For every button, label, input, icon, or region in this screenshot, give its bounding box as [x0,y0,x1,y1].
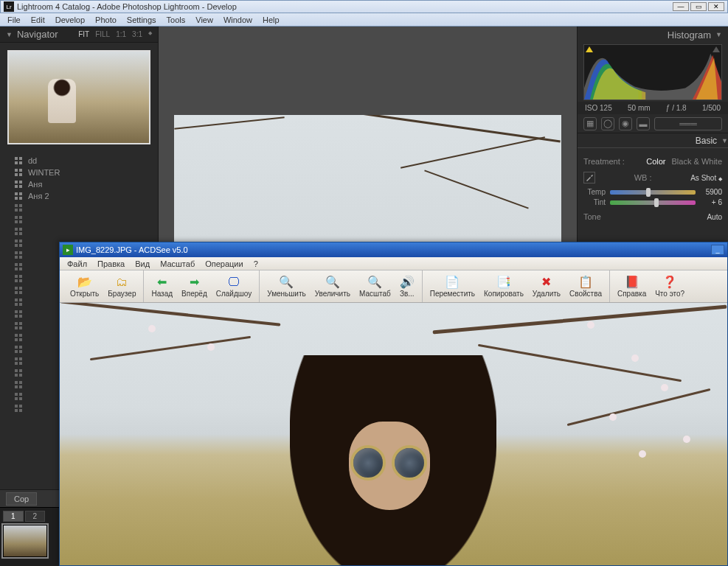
tint-slider[interactable]: Tint + 6 [583,198,722,206]
basic-panel: Treatment : Color Black & White WB : As … [578,153,728,226]
collection-item-empty[interactable] [0,202,158,214]
histogram-chart[interactable] [583,44,722,100]
zoom-fit[interactable]: FIT [78,30,89,38]
wb-dropper-icon[interactable] [583,172,595,184]
temp-slider[interactable]: Temp 5900 [583,188,722,196]
zoom-out-icon: 🔍 [279,276,294,289]
treatment-bw[interactable]: Black & White [672,157,722,166]
lightroom-app-icon: Lr [4,1,14,12]
tool-zoom[interactable]: 🔍Масштаб [355,270,395,302]
grid-icon [15,228,22,235]
menu-operations[interactable]: Операции [201,259,247,269]
basic-panel-header[interactable]: Basic ▼ [578,133,728,148]
collection-label: dd [28,156,37,165]
zoom-fill[interactable]: FILL [95,30,110,38]
tool-zoomout[interactable]: 🔍Уменьшить [263,270,310,302]
navigator-label: Navigator [17,29,78,40]
grid-icon [15,192,22,200]
menu-view[interactable]: View [191,14,218,26]
zoom-3-1[interactable]: 3:1 [132,30,142,38]
tool-move[interactable]: 📄Переместить [426,270,479,302]
menu-help[interactable]: ? [249,259,263,269]
maximize-button[interactable]: ▭ [690,2,707,11]
acdsee-window: ▸ IMG_8229.JPG - ACDSee v5.0 _ Файл Прав… [59,242,728,566]
shadow-clip-icon[interactable] [586,46,593,52]
close-button[interactable]: ✕ [708,2,724,11]
menu-file[interactable]: Файл [63,259,91,269]
treatment-color[interactable]: Color [646,157,665,166]
tool-delete[interactable]: ✖Удалить [528,270,565,302]
grid-icon [15,181,22,188]
slider-thumb[interactable] [646,188,651,197]
preview-subject [48,79,76,123]
tone-auto-button[interactable]: Auto [707,213,722,221]
tool-sound[interactable]: 🔊Зв... [395,270,419,302]
wb-preset-select[interactable]: As Shot ◆ [690,174,722,182]
brush-tool-icon[interactable]: ═══ [654,117,722,130]
menu-zoom[interactable]: Масштаб [156,259,199,269]
move-icon: 📄 [445,276,460,289]
collection-item-anya2[interactable]: Аня 2 [0,190,158,202]
tool-forward[interactable]: ➡Вперёд [177,270,212,302]
zoom-dropdown-icon[interactable]: ◆ [148,30,152,38]
menu-edit[interactable]: Edit [27,14,49,26]
menu-tools[interactable]: Tools [162,14,190,26]
menu-view[interactable]: Вид [131,259,154,269]
slider-thumb[interactable] [654,198,659,207]
collection-item-winter[interactable]: WINTER [0,167,158,178]
filmstrip-tab-2[interactable]: 2 [25,511,46,522]
folder-open-icon: 📂 [77,276,92,289]
copy-button[interactable]: Cop [6,492,37,506]
focal-value: 50 mm [628,104,651,112]
filmstrip-thumbnail[interactable] [3,525,47,557]
navigator-header[interactable]: ▼ Navigator FIT FILL 1:1 3:1 ◆ [0,27,158,43]
tool-props[interactable]: 📋Свойства [565,270,606,302]
acdsee-title: IMG_8229.JPG - ACDSee v5.0 [76,245,711,254]
menu-help[interactable]: Help [258,14,284,26]
crop-tool-icon[interactable]: ▦ [583,117,597,130]
menu-settings[interactable]: Settings [122,14,161,26]
acdsee-titlebar[interactable]: ▸ IMG_8229.JPG - ACDSee v5.0 _ [60,242,727,257]
collection-item-empty[interactable] [0,214,158,226]
tool-copy[interactable]: 📑Копировать [479,270,528,302]
minimize-button[interactable]: _ [711,245,724,255]
grid-icon [15,381,22,388]
speaker-icon: 🔊 [400,276,415,289]
redeye-tool-icon[interactable]: ◉ [619,117,632,130]
book-icon: 📕 [625,276,639,289]
highlight-clip-icon[interactable] [713,46,720,52]
iso-value: ISO 125 [585,104,612,112]
zoom-1-1[interactable]: 1:1 [116,30,126,38]
tint-value: + 6 [700,198,722,206]
tool-back[interactable]: ⬅Назад [147,270,177,302]
question-icon: ❓ [662,276,677,289]
grid-icon [15,334,22,341]
histogram-label: Histogram [668,29,711,41]
collection-item-dd[interactable]: dd [0,155,158,167]
menu-photo[interactable]: Photo [91,14,121,26]
arrow-right-icon: ➡ [190,276,199,289]
histogram-header[interactable]: Histogram ▼ [578,27,728,43]
acdsee-canvas[interactable] [60,303,727,565]
tool-whatis[interactable]: ❓Что это? [651,270,689,302]
filmstrip-tab-1[interactable]: 1 [3,511,24,522]
menu-window[interactable]: Window [219,14,257,26]
collection-item-anya[interactable]: Аня [0,178,158,190]
menu-develop[interactable]: Develop [51,14,89,26]
lightroom-menubar: File Edit Develop Photo Settings Tools V… [0,13,728,27]
menu-edit[interactable]: Правка [93,259,129,269]
collection-item-empty[interactable] [0,226,158,237]
minimize-button[interactable]: — [673,2,689,11]
tool-zoomin[interactable]: 🔍Увеличить [311,270,355,302]
tool-open[interactable]: 📂Открыть [66,270,103,302]
tool-slideshow[interactable]: 🖵Слайдшоу [212,270,257,302]
spot-tool-icon[interactable]: ◯ [601,117,614,130]
menu-file[interactable]: File [3,14,25,26]
tool-browser[interactable]: 🗂Браузер [103,270,140,302]
navigator-preview[interactable] [7,50,150,144]
lightroom-titlebar[interactable]: Lr Lightroom 4 Catalog - Adobe Photoshop… [0,0,728,13]
tool-strip: ▦ ◯ ◉ ▬ ═══ [578,114,728,133]
gradient-tool-icon[interactable]: ▬ [637,117,650,130]
grid-icon [15,157,22,164]
tool-help[interactable]: 📕Справка [613,270,651,302]
